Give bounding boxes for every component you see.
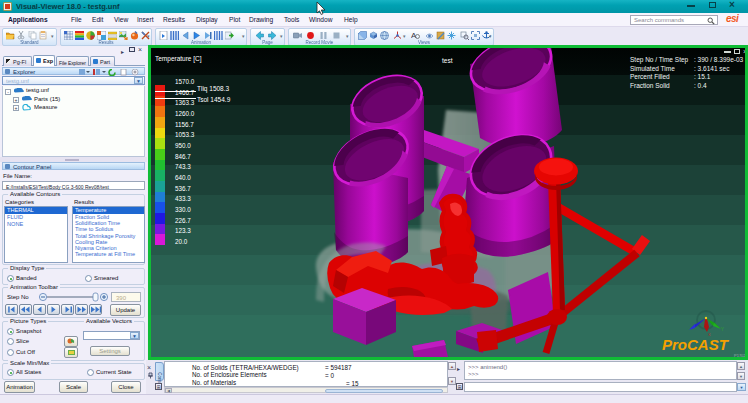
- svg-text:Y: Y: [721, 327, 724, 332]
